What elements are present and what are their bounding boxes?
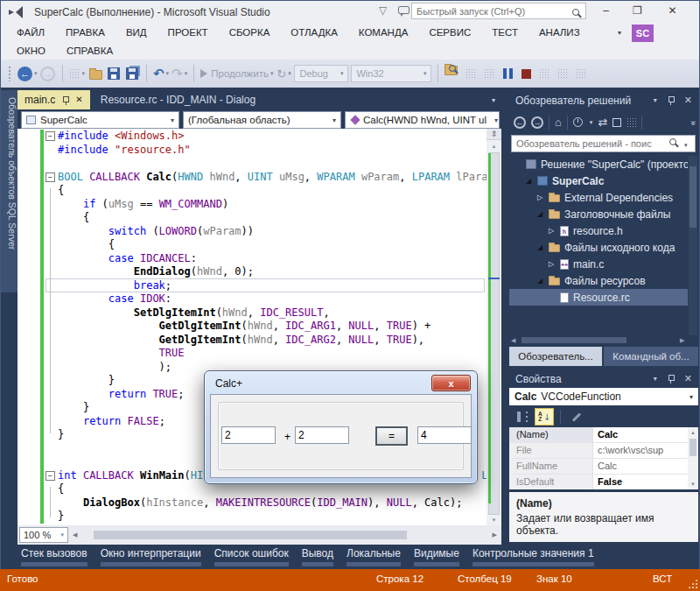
code-line[interactable]: SetDlgItemInt(hWnd, IDC_RESULT, (58, 306, 330, 320)
resize-grip[interactable] (688, 579, 697, 588)
alphabetical-sort-button[interactable]: AZ↓ (535, 408, 554, 426)
forward-icon[interactable]: → (531, 116, 543, 129)
sync-with-active-document-icon[interactable]: ⇄ (598, 116, 607, 128)
show-all-files-icon[interactable] (626, 117, 636, 128)
scope-combo[interactable]: (Глобальная область)▾ (183, 111, 341, 129)
menu-item[interactable]: ПРОЕКТ (168, 27, 208, 38)
property-pages-button[interactable] (567, 408, 586, 426)
editor-vertical-scrollbar[interactable]: ⇕ ▲ ▼ (486, 129, 501, 525)
scrollbar-thumb[interactable] (690, 439, 696, 456)
scrollbar-thumb[interactable] (94, 531, 407, 539)
new-file-button[interactable]: ▾ (69, 63, 86, 84)
code-line[interactable]: #include "resource.h" (58, 144, 191, 158)
tree-item[interactable]: ◢Заголовочные файлы (509, 206, 688, 222)
pin-icon[interactable] (61, 95, 69, 105)
stop-debugging-button[interactable] (518, 63, 534, 84)
properties-scrollbar[interactable]: ▲ ▼ (688, 427, 698, 489)
window-menu-icon[interactable]: ▾ (654, 375, 657, 383)
collapse-all-icon[interactable] (612, 118, 621, 127)
result-input[interactable] (417, 426, 472, 444)
tree-arrow-icon[interactable]: ◢ (524, 177, 533, 186)
code-line[interactable]: case IDOK: (58, 292, 172, 306)
scroll-right-icon[interactable]: ▶ (680, 337, 684, 344)
member-combo[interactable]: Calc(HWND hWnd, UINT ul▾ (345, 111, 500, 129)
tree-arrow-icon[interactable]: ◢ (536, 277, 544, 285)
document-list-chevron-icon[interactable]: ▾ (492, 96, 495, 104)
close-panel-icon[interactable]: ✕ (684, 374, 692, 383)
menu-item[interactable]: ОКНО (17, 46, 46, 56)
solution-explorer-search-input[interactable] (511, 135, 696, 152)
menu-item[interactable]: СЕРВИС (429, 27, 471, 38)
toolbar-drag-handle[interactable] (8, 66, 11, 81)
open-file-button[interactable] (88, 63, 103, 84)
properties-object-combo[interactable]: Calc VCCodeFunction ▾ (509, 388, 698, 405)
tree-horizontal-scrollbar[interactable]: ◀ ▶ (509, 335, 688, 345)
save-all-button[interactable] (124, 63, 140, 84)
tree-item[interactable]: ◢Файлы исходного кода (509, 239, 688, 256)
step-into-button[interactable] (536, 63, 552, 84)
step-out-button[interactable] (573, 63, 589, 84)
fold-collapse-icon[interactable]: − (46, 131, 55, 141)
code-line[interactable]: case IDCANCEL: (58, 252, 197, 266)
back-icon[interactable]: ← (514, 116, 526, 129)
menu-item[interactable]: ОТЛАДКА (290, 27, 337, 38)
scroll-left-icon[interactable]: ◀ (511, 337, 515, 344)
code-line[interactable]: { (58, 211, 89, 225)
restart-button[interactable]: ↻▾ (276, 63, 291, 84)
step-over-button[interactable] (555, 63, 570, 84)
code-line[interactable]: return TRUE; (58, 388, 185, 402)
code-line[interactable]: break; (58, 279, 172, 293)
tree-arrow-icon[interactable]: ▷ (547, 227, 556, 236)
bottom-tool-tab[interactable]: Видимые (414, 547, 459, 566)
editor-horizontal-scrollbar[interactable] (81, 530, 487, 540)
undo-button[interactable]: ↶▾ (153, 63, 169, 84)
scrollbar-thumb[interactable] (690, 166, 696, 228)
save-button[interactable] (106, 63, 122, 84)
navigate-back-button[interactable]: ←▾ (18, 63, 38, 84)
sql-server-object-explorer-tab[interactable]: Обозреватель объектов SQL Server (1, 90, 18, 292)
bottom-tool-tab[interactable]: Список ошибок (214, 547, 289, 566)
code-line[interactable]: DialogBox(hInstance, MAKEINTRESOURCE(IDD… (58, 496, 462, 510)
menu-item[interactable]: ВИД (126, 27, 147, 38)
argument2-input[interactable] (295, 426, 349, 444)
tree-item[interactable]: Решение "SuperCalc" (проектов (509, 156, 688, 172)
argument1-input[interactable] (221, 426, 276, 444)
code-line[interactable]: { (58, 482, 64, 496)
equals-button[interactable]: = (375, 426, 408, 446)
tree-arrow-icon[interactable]: ▷ (547, 260, 556, 269)
code-line[interactable]: if (uMsg == WM_COMMAND) (58, 198, 228, 212)
fold-collapse-icon[interactable]: − (46, 172, 55, 182)
menu-item[interactable]: ПРАВКА (66, 27, 105, 38)
tree-item[interactable]: ▷hresource.h (509, 222, 688, 239)
break-all-button[interactable] (500, 63, 515, 84)
close-tab-icon[interactable]: ✕ (75, 95, 82, 104)
tree-vertical-scrollbar[interactable] (689, 156, 697, 335)
code-line[interactable]: { (58, 184, 64, 198)
scroll-up-icon[interactable]: ▲ (486, 141, 501, 151)
bottom-tool-tab[interactable]: Стек вызовов (21, 547, 88, 566)
property-row[interactable]: (Name)Calc (509, 427, 688, 443)
tree-item[interactable]: ▷External Dependencies (509, 189, 688, 206)
bottom-tool-tab[interactable]: Локальные (346, 547, 401, 566)
tab-team-explorer[interactable]: Командный об... (604, 347, 698, 366)
search-icon[interactable] (669, 138, 679, 148)
tree-arrow-icon[interactable]: ◢ (536, 210, 544, 219)
editor-splitter-grip[interactable]: ⇕ (486, 129, 501, 140)
user-avatar-badge[interactable]: SC (632, 25, 654, 42)
notifications-flag-icon[interactable]: ▽ (379, 4, 387, 17)
code-line[interactable]: } (58, 401, 89, 415)
menu-overflow-chevron-icon[interactable]: ▾ (618, 29, 621, 37)
quick-launch-input[interactable] (411, 3, 586, 19)
find-in-files-button[interactable] (444, 63, 460, 84)
feedback-bubble-icon[interactable] (398, 6, 410, 14)
property-value[interactable]: False (593, 475, 688, 489)
code-line[interactable]: EndDialog(hWnd, 0); (58, 265, 254, 279)
scroll-down-icon[interactable]: ▼ (486, 515, 501, 525)
menu-item[interactable]: АНАЛИЗ (539, 27, 580, 38)
redo-button[interactable]: ↷▾ (172, 63, 187, 84)
home-icon[interactable]: ⌂ (555, 116, 562, 128)
close-button[interactable]: ✕ (658, 0, 687, 22)
zoom-combo[interactable]: 100 %▾ (19, 527, 68, 543)
tree-arrow-icon[interactable]: ◢ (536, 243, 544, 252)
close-panel-icon[interactable]: ✕ (684, 95, 692, 105)
